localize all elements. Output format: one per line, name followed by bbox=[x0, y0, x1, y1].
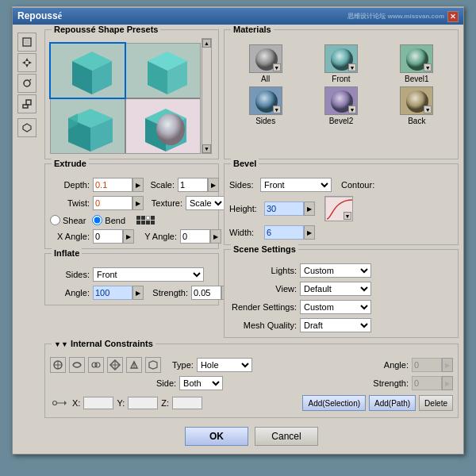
constraint-tool-6[interactable] bbox=[145, 357, 161, 373]
side-label: Side: bbox=[156, 378, 176, 388]
bevel-height-spin[interactable]: ▶ bbox=[304, 202, 315, 216]
z-input[interactable] bbox=[172, 397, 202, 409]
svg-point-47 bbox=[53, 401, 57, 405]
texture-select[interactable]: ScaleTileNone bbox=[186, 196, 225, 210]
constraint-tool-4[interactable] bbox=[107, 357, 123, 373]
render-label: Render Settings: bbox=[229, 302, 297, 312]
svg-marker-2 bbox=[25, 58, 29, 61]
inflate-sides-label: Sides: bbox=[50, 270, 90, 279]
center-panel: Repoussé Shape Presets bbox=[44, 29, 459, 449]
depth-spin[interactable]: ▶ bbox=[132, 178, 144, 192]
contour-dropdown[interactable]: ▼ bbox=[344, 212, 351, 220]
title-bar-right: 思维设计论坛 www.missvan.com ✕ bbox=[347, 11, 459, 22]
add-path-button[interactable]: Add(Path) bbox=[369, 395, 416, 411]
render-select[interactable]: CustomDefault bbox=[300, 300, 371, 314]
inflate-angle-spin[interactable]: ▶ bbox=[132, 286, 144, 300]
inflate-strength-input[interactable] bbox=[191, 286, 221, 300]
preset-item-1[interactable] bbox=[51, 44, 125, 98]
inflate-sides-select[interactable]: FrontBackBoth bbox=[93, 267, 204, 282]
angles-row: X Angle: ▶ Y Angle: ▶ bbox=[50, 229, 213, 244]
x-input[interactable] bbox=[83, 397, 113, 409]
svg-point-23 bbox=[156, 113, 185, 145]
contour-thumb[interactable]: ▼ bbox=[324, 196, 353, 221]
ok-button[interactable]: OK bbox=[185, 427, 248, 446]
preset-item-2[interactable] bbox=[126, 44, 200, 98]
strength-r-label: Strength: bbox=[373, 378, 409, 388]
angle-r-label: Angle: bbox=[384, 360, 409, 370]
dialog-buttons: OK Cancel bbox=[44, 422, 459, 449]
svg-marker-5 bbox=[29, 61, 32, 64]
scroll-up[interactable]: ▲ bbox=[202, 39, 211, 48]
twist-spin[interactable]: ▶ bbox=[132, 196, 144, 210]
add-selection-button[interactable]: Add(Selection) bbox=[302, 395, 366, 411]
constraint-tool-3[interactable] bbox=[88, 357, 104, 373]
material-bevel2[interactable]: ▼ Bevel2 bbox=[305, 86, 377, 125]
shear-radio-label[interactable]: Shear bbox=[50, 215, 86, 225]
view-row: View: DefaultCustom bbox=[229, 282, 453, 296]
inflate-angle-input[interactable] bbox=[93, 286, 132, 300]
constraint-tool-2[interactable] bbox=[69, 357, 85, 373]
tool-3d[interactable] bbox=[17, 118, 36, 137]
twist-label: Twist: bbox=[50, 198, 90, 208]
preset-scrollbar[interactable]: ▲ ▼ bbox=[202, 38, 212, 154]
left-toolbar bbox=[17, 29, 40, 449]
tool-move[interactable] bbox=[17, 53, 36, 72]
mesh-select[interactable]: DraftNormalHigh bbox=[300, 318, 371, 332]
preset-item-4[interactable] bbox=[126, 99, 200, 153]
scale-input[interactable] bbox=[178, 178, 208, 192]
shear-bend-group: Shear Bend bbox=[50, 215, 125, 225]
material-bevel1[interactable]: ▼ Bevel1 bbox=[381, 44, 453, 83]
material-all[interactable]: ▼ All bbox=[229, 44, 301, 83]
right-col: Bevel Sides: FrontBackBoth Contour: Heig… bbox=[224, 163, 459, 338]
bend-radio-label[interactable]: Bend bbox=[92, 215, 125, 225]
y-label: Y: bbox=[117, 398, 125, 408]
bevel-height-input[interactable] bbox=[264, 202, 304, 216]
inflate-title: Inflate bbox=[52, 248, 82, 258]
bevel-width-input-group: ▶ bbox=[264, 225, 315, 240]
tool-rotate[interactable] bbox=[17, 74, 36, 93]
constraints-bottom: X: Y: Z: Add(Selection) Add(Path) Delete bbox=[50, 393, 453, 413]
depth-label: Depth: bbox=[50, 180, 90, 190]
delete-button[interactable]: Delete bbox=[419, 395, 453, 411]
material-sides[interactable]: ▼ Sides bbox=[229, 86, 301, 125]
preset-item-3[interactable] bbox=[51, 99, 125, 153]
side-select[interactable]: BothFrontBack bbox=[179, 376, 223, 390]
scale-spin[interactable]: ▶ bbox=[208, 178, 219, 192]
bevel-sides-label: Sides: bbox=[229, 180, 257, 190]
material-thumb-front: ▼ bbox=[324, 44, 358, 73]
xangle-input[interactable] bbox=[93, 229, 123, 244]
twist-input[interactable] bbox=[93, 196, 132, 210]
view-select[interactable]: DefaultCustom bbox=[300, 282, 371, 296]
bevel-width-spin[interactable]: ▶ bbox=[304, 225, 315, 240]
bevel-width-label: Width: bbox=[229, 228, 261, 237]
collapse-icon[interactable]: ▼▼ bbox=[54, 340, 68, 348]
constraint-tool-1[interactable] bbox=[50, 357, 66, 373]
svg-marker-9 bbox=[23, 124, 31, 132]
lights-select[interactable]: CustomDefaultNone bbox=[300, 263, 371, 278]
shear-radio[interactable] bbox=[50, 215, 60, 225]
yangle-input[interactable] bbox=[180, 229, 210, 244]
render-row: Render Settings: CustomDefault bbox=[229, 300, 453, 314]
yangle-input-group: ▶ bbox=[180, 229, 221, 244]
bevel-width-input[interactable] bbox=[264, 225, 304, 240]
yangle-spin[interactable]: ▶ bbox=[210, 229, 221, 244]
twist-row: Twist: ▶ Texture: ScaleTileNone bbox=[50, 196, 213, 210]
inflate-angle-label: Angle: bbox=[50, 288, 90, 298]
cancel-button[interactable]: Cancel bbox=[255, 427, 318, 446]
close-button[interactable]: ✕ bbox=[447, 11, 459, 22]
constraint-tool-5[interactable] bbox=[126, 357, 142, 373]
y-input[interactable] bbox=[128, 397, 158, 409]
type-select[interactable]: HoleExtrude bbox=[197, 358, 252, 372]
window-title: Repoussé bbox=[17, 10, 62, 22]
tool-select[interactable] bbox=[17, 33, 36, 52]
material-label-bevel1: Bevel1 bbox=[405, 75, 429, 83]
tool-scale[interactable] bbox=[17, 94, 36, 113]
bevel-sides-select[interactable]: FrontBackBoth bbox=[260, 178, 332, 192]
bevel-title: Bevel bbox=[231, 159, 259, 168]
material-front[interactable]: ▼ Front bbox=[305, 44, 377, 83]
scroll-down[interactable]: ▼ bbox=[202, 144, 211, 153]
material-back[interactable]: ▼ Back bbox=[381, 86, 453, 125]
bend-radio[interactable] bbox=[92, 215, 102, 225]
depth-input[interactable] bbox=[93, 178, 132, 192]
xangle-spin[interactable]: ▶ bbox=[123, 229, 134, 244]
